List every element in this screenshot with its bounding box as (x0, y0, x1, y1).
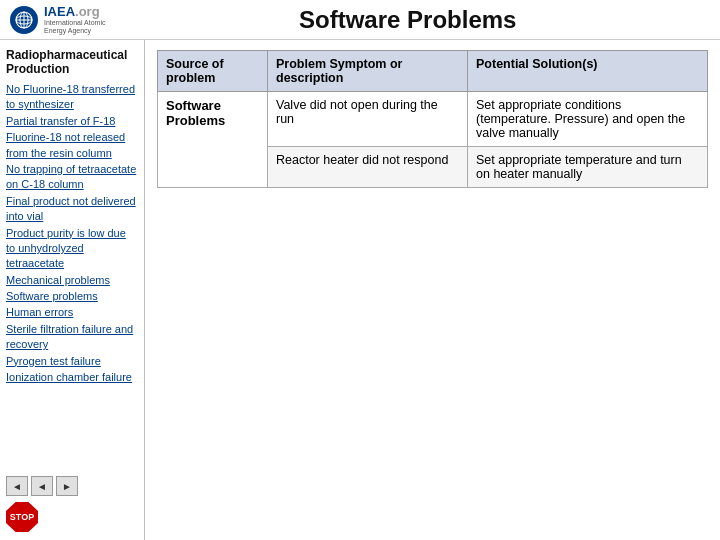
sidebar-link-2[interactable]: Fluorine-18 not released from the resin … (6, 130, 138, 161)
sidebar-link-4[interactable]: Final product not delivered into vial (6, 194, 138, 225)
nav-buttons: ◄ ◄ ► (6, 476, 78, 496)
col-header-source: Source of problem (158, 51, 268, 92)
iaea-subtitle: International AtomicEnergy Agency (44, 19, 105, 34)
sidebar-link-8[interactable]: Human errors (6, 305, 138, 320)
sidebar-link-1[interactable]: Partial transfer of F-18 (6, 114, 138, 129)
sidebar-link-6[interactable]: Mechanical problems (6, 273, 138, 288)
table-problem-0: Valve did not open during the run (268, 92, 468, 147)
iaea-logo-icon (10, 6, 38, 34)
sidebar-title: RadiopharmaceuticalProduction (6, 48, 138, 76)
table-row: Software ProblemsValve did not open duri… (158, 92, 708, 147)
sidebar-link-10[interactable]: Pyrogen test failure (6, 354, 138, 369)
header: IAEA.org International AtomicEnergy Agen… (0, 0, 720, 40)
sidebar-link-5[interactable]: Product purity is low due to unhydrolyze… (6, 226, 138, 272)
sidebar-controls: ◄ ◄ ► STOP (6, 476, 138, 532)
sidebar-links: No Fluorine-18 transferred to synthesize… (6, 82, 138, 385)
sidebar-link-11[interactable]: Ionization chamber failure (6, 370, 138, 385)
col-header-solution: Potential Solution(s) (468, 51, 708, 92)
table-solution-0: Set appropriate conditions (temperature.… (468, 92, 708, 147)
table-solution-1: Set appropriate temperature and turn on … (468, 147, 708, 188)
nav-prev-button[interactable]: ◄ (31, 476, 53, 496)
problems-table: Source of problem Problem Symptom or des… (157, 50, 708, 188)
page-title: Software Problems (105, 6, 710, 34)
logo-area: IAEA.org International AtomicEnergy Agen… (10, 4, 105, 34)
sidebar-link-3[interactable]: No trapping of tetraacetate on C-18 colu… (6, 162, 138, 193)
main-layout: RadiopharmaceuticalProduction No Fluorin… (0, 40, 720, 540)
sidebar-link-7[interactable]: Software problems (6, 289, 138, 304)
nav-back-button[interactable]: ◄ (6, 476, 28, 496)
table-source-0: Software Problems (158, 92, 268, 188)
content-area: Source of problem Problem Symptom or des… (145, 40, 720, 540)
stop-button[interactable]: STOP (6, 502, 38, 532)
sidebar-link-0[interactable]: No Fluorine-18 transferred to synthesize… (6, 82, 138, 113)
logo-text: IAEA.org International AtomicEnergy Agen… (44, 4, 105, 34)
table-problem-1: Reactor heater did not respond (268, 147, 468, 188)
sidebar-link-9[interactable]: Sterile filtration failure and recovery (6, 322, 138, 353)
col-header-symptom: Problem Symptom or description (268, 51, 468, 92)
nav-next-button[interactable]: ► (56, 476, 78, 496)
sidebar: RadiopharmaceuticalProduction No Fluorin… (0, 40, 145, 540)
iaea-acronym: IAEA.org (44, 4, 105, 19)
